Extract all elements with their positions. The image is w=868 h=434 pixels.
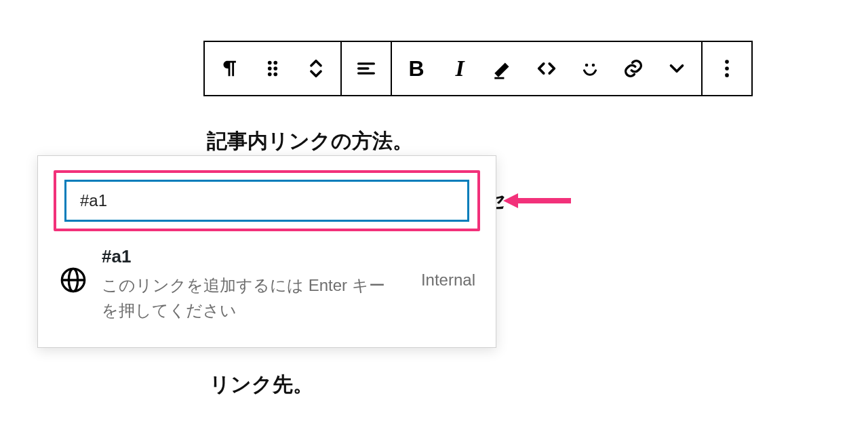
emoji-button[interactable]: [568, 42, 612, 95]
link-button[interactable]: [612, 42, 655, 95]
chevron-down-icon: [665, 57, 688, 80]
block-toolbar: B I: [203, 41, 753, 96]
options-button[interactable]: [705, 42, 749, 95]
svg-point-14: [725, 73, 729, 77]
editor-paragraph-1[interactable]: 記事内リンクの方法。: [207, 127, 413, 155]
link-suggestion-item[interactable]: #a1 このリンクを追加するには Enter キーを押してください Intern…: [38, 246, 496, 347]
annotation-arrow: [503, 192, 571, 210]
more-vertical-icon: [715, 57, 738, 80]
svg-point-11: [592, 64, 595, 67]
link-icon: [622, 57, 645, 80]
code-button[interactable]: [525, 42, 568, 95]
editor-paragraph-2[interactable]: リンク先。: [210, 371, 313, 399]
italic-button[interactable]: I: [438, 42, 481, 95]
align-button[interactable]: [344, 42, 388, 95]
annotation-highlight-box: [54, 170, 480, 231]
more-format-button[interactable]: [655, 42, 698, 95]
suggestion-type-tag: Internal: [421, 246, 475, 290]
pilcrow-icon: [218, 57, 241, 80]
paragraph-block-button[interactable]: [208, 42, 251, 95]
svg-point-4: [268, 73, 272, 77]
toolbar-group-format: B I: [392, 42, 703, 95]
drag-handle-button[interactable]: [251, 42, 294, 95]
smiley-icon: [578, 57, 601, 80]
suggestion-description: このリンクを追加するには Enter キーを押してください: [102, 273, 393, 323]
code-icon: [535, 57, 558, 80]
globe-icon: [58, 265, 88, 295]
highlight-icon: [492, 57, 515, 80]
svg-point-5: [273, 73, 277, 77]
svg-point-3: [273, 66, 277, 71]
toolbar-group-more: [703, 42, 751, 95]
svg-point-0: [268, 61, 272, 65]
toolbar-group-align: [342, 42, 392, 95]
svg-point-2: [268, 66, 272, 71]
svg-point-13: [725, 66, 729, 71]
bold-button[interactable]: B: [395, 42, 438, 95]
link-url-input[interactable]: [64, 180, 469, 222]
svg-marker-19: [503, 193, 518, 208]
move-updown-button[interactable]: [294, 42, 338, 95]
svg-rect-9: [494, 77, 504, 79]
highlight-button[interactable]: [481, 42, 525, 95]
svg-point-12: [725, 60, 729, 64]
suggestion-body: #a1 このリンクを追加するには Enter キーを押してください: [102, 246, 408, 323]
toolbar-group-block: [205, 42, 342, 95]
drag-icon: [261, 57, 284, 80]
svg-point-10: [585, 64, 589, 67]
link-popover: #a1 このリンクを追加するには Enter キーを押してください Intern…: [37, 155, 496, 348]
svg-point-1: [273, 61, 277, 65]
suggestion-title: #a1: [102, 246, 408, 267]
chevrons-updown-icon: [304, 57, 328, 80]
align-left-icon: [355, 57, 378, 80]
